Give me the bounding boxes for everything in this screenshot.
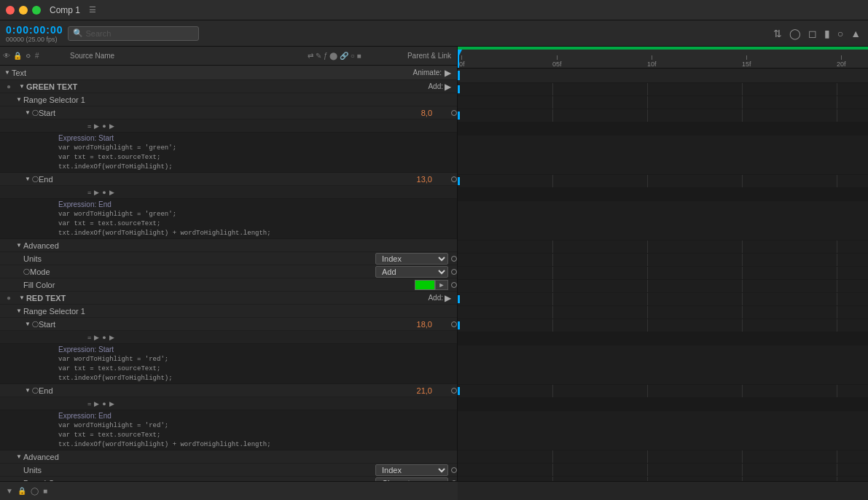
- end-red-keyframe[interactable]: [451, 388, 457, 394]
- mode-green-keyframe[interactable]: [451, 269, 457, 275]
- expr-graph-icon-eg[interactable]: ▶: [94, 189, 99, 196]
- units-green-keyframe[interactable]: [451, 256, 457, 262]
- expr-graph-sr[interactable]: ▶: [94, 334, 99, 341]
- expr-equal-icon-eg[interactable]: =: [87, 189, 91, 196]
- toolbar-icon-6[interactable]: ▲: [849, 26, 862, 41]
- units-red-keyframe[interactable]: [451, 467, 457, 473]
- expr-play-icon-eg[interactable]: ▶: [109, 189, 114, 196]
- start-red-expr-icon-group: = ▶ ● ▶: [87, 334, 114, 341]
- range-selector-green-expand[interactable]: ▼: [16, 96, 22, 103]
- tl-marker-red: [458, 295, 460, 303]
- expr-play-sr[interactable]: ▶: [109, 334, 114, 341]
- end-green-expand[interactable]: ▼: [25, 176, 31, 182]
- based-on-red-keyframe[interactable]: [451, 480, 457, 482]
- end-green-code-3: txt.indexOf(wordToHighlight) + wordToHig…: [58, 229, 457, 238]
- green-text-expand[interactable]: ▼: [19, 83, 25, 90]
- start-red-stopwatch[interactable]: ◯: [32, 321, 39, 327]
- start-green-stopwatch[interactable]: ◯: [32, 109, 39, 116]
- expr-play-er[interactable]: ▶: [109, 400, 114, 407]
- toolbar-icon-4[interactable]: ▮: [823, 26, 832, 41]
- start-red-code-3: txt.indexOf(wordToHighlight);: [58, 374, 457, 383]
- expr-equal-sr[interactable]: =: [87, 334, 91, 341]
- animate-arrow-icon[interactable]: ▶: [445, 68, 451, 78]
- bottom-icon-1[interactable]: ▼: [6, 487, 13, 495]
- expr-equal-icon[interactable]: =: [87, 122, 91, 130]
- advanced-green-row: ▼ Advanced: [0, 239, 457, 252]
- fill-color-green-swatch[interactable]: [415, 280, 435, 290]
- toolbar-icon-3[interactable]: ◻: [807, 26, 818, 41]
- bottom-icon-3[interactable]: ◯: [31, 487, 39, 495]
- end-red-value[interactable]: 21,0: [393, 386, 437, 395]
- window-controls: [6, 6, 41, 15]
- fill-color-green-arrow[interactable]: ►: [435, 280, 448, 290]
- start-red-value[interactable]: 18,0: [393, 320, 437, 329]
- start-green-expand[interactable]: ▼: [25, 109, 31, 116]
- right-panel: 0f 05f 10f 15f 20f: [458, 47, 868, 481]
- menu-icon[interactable]: ☰: [89, 5, 96, 15]
- end-red-code-1: var wordToHighlight = 'red';: [58, 421, 457, 431]
- mode-green-dropdown[interactable]: Add Subtract: [375, 266, 448, 278]
- end-green-keyframe[interactable]: [451, 176, 457, 182]
- advanced-red-expand[interactable]: ▼: [16, 453, 22, 460]
- fps-label: 00000 (25.00 fps): [6, 36, 63, 43]
- start-green-value[interactable]: 8,0: [393, 109, 437, 117]
- start-green-expr-label: Expression: Start: [58, 133, 457, 144]
- bottom-icon-2[interactable]: 🔒: [17, 487, 26, 495]
- ruler-5f: 05f: [552, 55, 562, 68]
- expr-link-sr[interactable]: ●: [102, 334, 106, 341]
- end-green-code-1: var wordToHighlight = 'green';: [58, 210, 457, 219]
- expr-link-icon-eg[interactable]: ●: [102, 189, 106, 196]
- search-box[interactable]: 🔍 Search: [68, 26, 199, 41]
- close-button[interactable]: [6, 6, 15, 15]
- advanced-green-expand[interactable]: ▼: [16, 242, 22, 249]
- timeline-header[interactable]: 0f 05f 10f 15f 20f: [458, 50, 868, 69]
- expr-play-icon[interactable]: ▶: [109, 122, 114, 130]
- expr-link-icon[interactable]: ●: [102, 122, 106, 130]
- units-red-dropdown[interactable]: Index Percentage: [375, 464, 448, 476]
- maximize-button[interactable]: [32, 6, 41, 15]
- green-text-eye[interactable]: ●: [3, 82, 15, 90]
- end-green-stopwatch[interactable]: ◯: [32, 176, 39, 182]
- playhead[interactable]: [458, 50, 459, 68]
- red-text-eye[interactable]: ●: [3, 294, 15, 302]
- bottom-icon-4[interactable]: ■: [43, 487, 47, 495]
- red-text-expand[interactable]: ▼: [19, 294, 25, 301]
- expr-graph-er[interactable]: ▶: [94, 400, 99, 407]
- tl-expr-icons-sg: [458, 122, 868, 136]
- end-red-expr-icon-group: = ▶ ● ▶: [87, 400, 114, 407]
- tl-marker-er: [458, 387, 460, 395]
- end-green-expr-icons-row: = ▶ ● ▶: [0, 186, 457, 199]
- timeline-ruler[interactable]: 0f 05f 10f 15f 20f: [458, 50, 868, 68]
- green-add-icon[interactable]: ▶: [445, 82, 451, 92]
- fill-color-green-keyframe[interactable]: [451, 282, 457, 288]
- tl-expr-sr: [458, 345, 868, 385]
- tl-expr-eg: [458, 201, 868, 241]
- hash-col-icon: #: [35, 52, 39, 60]
- timecode-display: 0:00:00:00 00000 (25.00 fps): [6, 24, 63, 43]
- expr-equal-er[interactable]: =: [87, 400, 91, 407]
- timecode[interactable]: 0:00:00:00: [6, 24, 63, 36]
- based-on-red-dropdown[interactable]: Characters Words Lines: [375, 477, 448, 482]
- search-placeholder: Search: [86, 29, 112, 38]
- red-add-icon[interactable]: ▶: [445, 293, 451, 303]
- end-red-expand[interactable]: ▼: [25, 387, 31, 394]
- tl-units-red: [458, 464, 868, 477]
- units-green-dropdown[interactable]: Index Percentage: [375, 253, 448, 265]
- advanced-green-label: Advanced: [23, 241, 457, 250]
- start-green-keyframe[interactable]: [451, 110, 457, 116]
- minimize-button[interactable]: [19, 6, 28, 15]
- animate-label: Animate:: [413, 69, 442, 77]
- toolbar-icon-1[interactable]: ⇅: [772, 26, 783, 41]
- text-group-expand[interactable]: ▼: [4, 69, 10, 76]
- mode-green-stopwatch[interactable]: ◯: [23, 268, 30, 275]
- toolbar-icon-2[interactable]: ◯: [788, 26, 802, 41]
- start-red-keyframe[interactable]: [451, 321, 457, 327]
- toolbar-icon-5[interactable]: ○: [836, 26, 845, 41]
- range-selector-red-expand[interactable]: ▼: [16, 308, 22, 314]
- end-red-stopwatch[interactable]: ◯: [32, 387, 39, 394]
- timeline-body[interactable]: [458, 69, 868, 481]
- end-green-value[interactable]: 13,0: [393, 175, 437, 184]
- expr-link-er[interactable]: ●: [102, 400, 106, 407]
- start-red-expand[interactable]: ▼: [25, 321, 31, 327]
- expr-graph-icon[interactable]: ▶: [94, 122, 99, 130]
